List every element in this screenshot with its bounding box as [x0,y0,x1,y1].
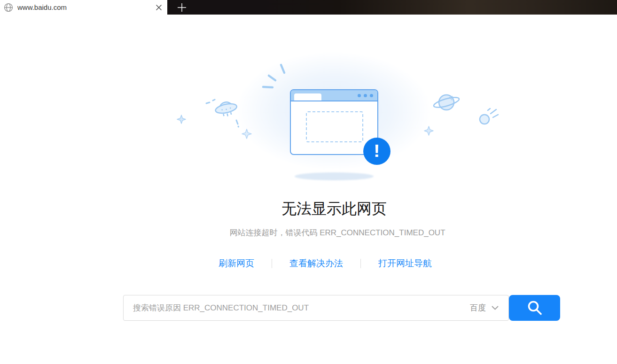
page-title: 无法显示此网页 [281,199,387,219]
planet-icon [432,92,461,115]
illustration-shadow [295,172,374,180]
new-tab-button[interactable] [171,0,193,15]
action-links: 刷新网页 查看解决办法 打开网址导航 [219,257,432,270]
tab-bar: www.baidu.com [0,0,617,15]
search-button[interactable] [509,295,560,321]
link-view-solutions[interactable]: 查看解决办法 [289,257,343,270]
illustration-missing-content [306,111,363,142]
link-refresh-page[interactable]: 刷新网页 [219,257,254,270]
search-input[interactable] [123,295,509,321]
link-divider [360,259,361,268]
illustration-tab [294,93,321,101]
sparkle-icon [242,129,252,139]
search-engine-selector[interactable]: 百度 [470,295,499,321]
search-box: 百度 [123,295,509,321]
burst-lines-icon [259,60,289,91]
illustration-window-dots [358,94,373,97]
globe-icon [4,3,13,12]
chevron-down-icon [492,306,499,310]
sparkle-icon [424,126,434,136]
search-engine-label: 百度 [470,302,486,313]
plus-icon [177,2,187,13]
comet-icon [477,105,501,127]
exclamation-icon: ! [374,143,380,160]
browser-window: www.baidu.com [0,0,617,364]
illustration-titlebar [291,90,377,101]
browser-tab[interactable]: www.baidu.com [0,0,167,15]
link-divider [272,259,272,268]
ufo-icon [203,91,248,129]
error-exclamation-badge: ! [363,138,391,165]
link-open-site-navigation[interactable]: 打开网址导航 [378,257,432,270]
tab-title: www.baidu.com [17,3,155,11]
search-icon [526,300,543,317]
close-icon[interactable] [155,4,163,11]
error-subtitle: 网站连接超时，错误代码 ERR_CONNECTION_TIMED_OUT [229,227,445,238]
sparkle-icon [177,115,186,124]
